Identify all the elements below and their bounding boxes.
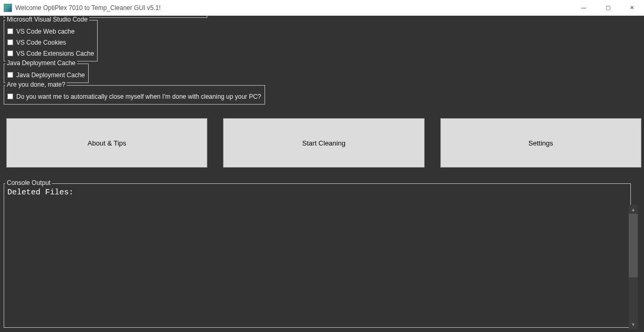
client-area: Microsoft Visual Studio Code VS Code Web… — [0, 16, 644, 332]
group-vscode: Microsoft Visual Studio Code VS Code Web… — [4, 20, 98, 61]
console-scrollbar[interactable]: ▲ ▼ — [629, 205, 638, 329]
checkbox-icon[interactable] — [7, 28, 13, 34]
maximize-button[interactable]: ▢ — [596, 0, 620, 15]
start-cleaning-button[interactable]: Start Cleaning — [223, 118, 424, 168]
checkbox-icon[interactable] — [7, 94, 13, 99]
checkbox-auto-close[interactable]: Do you want me to automatically close my… — [7, 91, 261, 102]
checkbox-label: VS Code Web cache — [16, 28, 75, 35]
checkbox-label: VS Code Extensions Cache — [16, 50, 94, 57]
minimize-button[interactable]: — — [572, 0, 596, 15]
checkbox-label: Java Deployment Cache — [16, 71, 85, 79]
scroll-track[interactable] — [629, 214, 638, 320]
checkbox-icon[interactable] — [7, 39, 13, 45]
checkbox-icon[interactable] — [7, 50, 13, 56]
titlebar: Welcome OptiPlex 7010 to Temp_Cleaner GU… — [0, 0, 644, 16]
settings-button[interactable]: Settings — [440, 118, 641, 168]
about-tips-button[interactable]: About & Tips — [6, 118, 207, 168]
window-controls: — ▢ ✕ — [572, 0, 644, 15]
close-button[interactable]: ✕ — [620, 0, 644, 15]
group-java: Java Deployment Cache Java Deployment Ca… — [4, 64, 89, 83]
group-console-legend: Console Output — [5, 179, 52, 186]
group-vscode-legend: Microsoft Visual Studio Code — [5, 16, 89, 23]
scroll-thumb[interactable] — [629, 214, 638, 277]
scroll-down-arrow-icon[interactable]: ▼ — [629, 320, 638, 329]
main-button-row: About & Tips Start Cleaning Settings — [4, 109, 644, 172]
app-icon — [4, 4, 12, 12]
checkbox-java-deployment-cache[interactable]: Java Deployment Cache — [7, 69, 85, 80]
checkbox-icon[interactable] — [7, 72, 13, 78]
checkbox-vscode-web-cache[interactable]: VS Code Web cache — [7, 26, 94, 37]
group-done-legend: Are you done, mate? — [5, 81, 67, 88]
checkbox-label: VS Code Cookies — [16, 39, 66, 46]
console-output-text: Deleted Files: — [6, 188, 628, 325]
window-title: Welcome OptiPlex 7010 to Temp_Cleaner GU… — [15, 4, 572, 12]
group-console-output: Console Output Deleted Files: — [4, 183, 631, 328]
group-done: Are you done, mate? Do you want me to au… — [4, 85, 265, 105]
checkbox-vscode-cookies[interactable]: VS Code Cookies — [7, 37, 94, 48]
checkbox-label: Do you want me to automatically close my… — [16, 93, 261, 100]
scroll-up-arrow-icon[interactable]: ▲ — [629, 205, 638, 214]
checkbox-vscode-extensions-cache[interactable]: VS Code Extensions Cache — [7, 48, 94, 59]
group-java-legend: Java Deployment Cache — [5, 59, 77, 67]
